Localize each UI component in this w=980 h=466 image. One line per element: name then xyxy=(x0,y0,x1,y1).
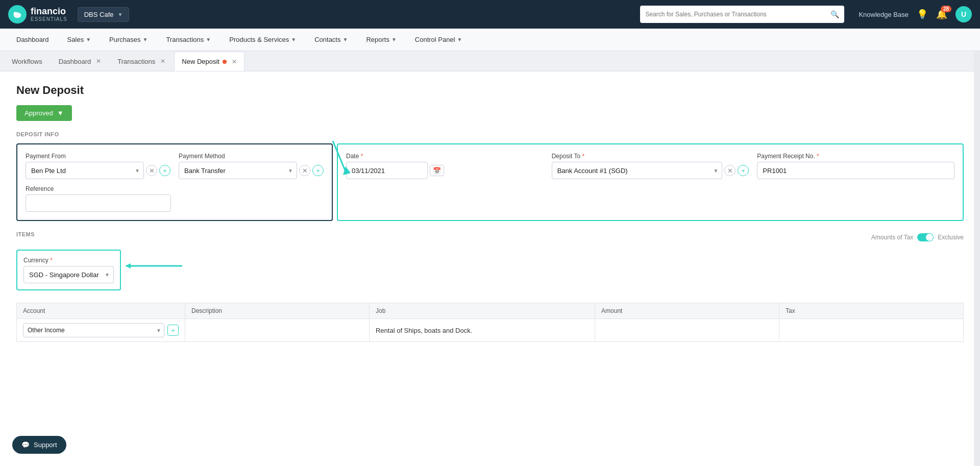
row-description-cell[interactable] xyxy=(185,319,370,342)
account-add-button[interactable]: + xyxy=(167,325,179,336)
avatar[interactable]: U xyxy=(955,6,972,22)
date-input[interactable] xyxy=(346,162,428,179)
scrollbar[interactable] xyxy=(974,51,980,466)
deposit-to-required-star: * xyxy=(582,153,585,160)
nav-reports[interactable]: Reports ▼ xyxy=(358,29,404,51)
transactions-caret-icon: ▼ xyxy=(206,37,211,42)
description-input[interactable] xyxy=(191,327,363,334)
nav-control-panel[interactable]: Control Panel ▼ xyxy=(407,29,471,51)
secondary-nav: Dashboard Sales ▼ Purchases ▼ Transactio… xyxy=(0,29,980,51)
payment-from-clear-button[interactable]: ✕ xyxy=(146,165,157,176)
status-caret-icon: ▼ xyxy=(57,109,64,117)
payment-from-select-wrapper: Ben Pte Ltd ▼ xyxy=(26,162,144,179)
row-account-cell: Other Income ▼ + xyxy=(17,319,185,342)
payment-method-controls: Bank Transfer ▼ ✕ + xyxy=(179,162,324,179)
search-input[interactable] xyxy=(645,11,830,18)
bell-area[interactable]: 🔔 28 xyxy=(936,9,947,20)
date-required-star: * xyxy=(361,153,363,160)
amounts-of-tax-label: Amounts of Tax xyxy=(871,234,914,241)
account-select[interactable]: Other Income xyxy=(23,323,164,337)
tab-dashboard-label: Dashboard xyxy=(59,58,91,65)
teal-arrow-left-annotation xyxy=(124,261,185,271)
tab-transactions[interactable]: Transactions ✕ xyxy=(110,52,173,71)
col-amount: Amount xyxy=(595,303,779,319)
tab-workflows[interactable]: Workflows xyxy=(4,52,50,71)
tab-dirty-indicator xyxy=(223,60,227,64)
amount-input[interactable] xyxy=(601,327,773,334)
reports-caret-icon: ▼ xyxy=(391,37,397,42)
payment-method-group: Payment Method Bank Transfer ▼ ✕ + xyxy=(179,153,324,179)
sales-caret-icon: ▼ xyxy=(86,37,91,42)
nav-dashboard[interactable]: Dashboard xyxy=(8,29,57,51)
nav-sales[interactable]: Sales ▼ xyxy=(59,29,99,51)
nav-transactions[interactable]: Transactions ▼ xyxy=(158,29,219,51)
payment-from-select[interactable]: Ben Pte Ltd xyxy=(26,162,144,179)
date-group: Date * 📅 xyxy=(346,153,544,179)
deposit-to-group: Deposit To * Bank Account #1 (SGD) ▼ ✕ xyxy=(552,153,749,179)
company-selector[interactable]: DBS Cafe ▼ xyxy=(78,7,130,22)
payment-method-select-wrapper: Bank Transfer ▼ xyxy=(179,162,297,179)
tax-toggle[interactable] xyxy=(917,233,934,241)
reference-input[interactable] xyxy=(26,194,171,212)
logo-area: financio ESSENTIALS xyxy=(8,5,67,23)
status-button[interactable]: Approved ▼ xyxy=(16,105,72,121)
deposit-to-label: Deposit To * xyxy=(552,153,749,160)
payment-method-add-button[interactable]: + xyxy=(312,165,324,176)
nav-products-services[interactable]: Products & Services ▼ xyxy=(221,29,304,51)
tax-input[interactable] xyxy=(786,327,957,334)
currency-label: Currency * xyxy=(23,257,114,264)
payment-method-clear-button[interactable]: ✕ xyxy=(299,165,310,176)
knowledge-base-link[interactable]: Knowledge Base xyxy=(859,11,909,18)
tab-new-deposit[interactable]: New Deposit ✕ xyxy=(174,52,244,71)
notification-badge: 28 xyxy=(941,6,951,12)
table-body: Other Income ▼ + Rental of Ships, boats … xyxy=(17,319,964,342)
deposit-to-select[interactable]: Bank Account #1 (SGD) xyxy=(552,162,723,179)
tabs-bar: Workflows Dashboard ✕ Transactions ✕ New… xyxy=(0,51,980,71)
logo-icon xyxy=(8,5,27,23)
col-tax: Tax xyxy=(779,303,964,319)
products-caret-icon: ▼ xyxy=(291,37,296,42)
currency-select-wrapper: SGD - Singapore Dollar ▼ xyxy=(23,266,114,283)
items-label: ITEMS xyxy=(16,231,35,237)
tab-new-deposit-close[interactable]: ✕ xyxy=(232,58,237,65)
tab-dashboard-close[interactable]: ✕ xyxy=(96,58,101,65)
bulb-icon: 💡 xyxy=(917,9,928,20)
tab-transactions-close[interactable]: ✕ xyxy=(160,58,165,65)
payment-method-select[interactable]: Bank Transfer xyxy=(179,162,297,179)
table-header: Account Description Job Amount Tax xyxy=(17,303,964,319)
currency-select[interactable]: SGD - Singapore Dollar xyxy=(23,266,114,283)
support-button[interactable]: 💬 Support xyxy=(12,436,66,454)
payment-from-controls: Ben Pte Ltd ▼ ✕ + xyxy=(26,162,170,179)
payment-receipt-label: Payment Receipt No. * xyxy=(757,153,954,160)
right-fields-row: Date * 📅 Deposit To * xyxy=(346,153,954,179)
tab-workflows-label: Workflows xyxy=(12,58,42,65)
payment-from-add-button[interactable]: + xyxy=(159,165,170,176)
items-table: Account Description Job Amount Tax xyxy=(16,303,964,342)
top-navbar: financio ESSENTIALS DBS Cafe ▼ 🔍 Knowled… xyxy=(0,0,980,29)
row-amount-cell[interactable] xyxy=(595,319,779,342)
currency-area: Currency * SGD - Singapore Dollar ▼ xyxy=(16,250,121,299)
nav-contacts[interactable]: Contacts ▼ xyxy=(306,29,356,51)
deposit-to-controls: Bank Account #1 (SGD) ▼ ✕ + xyxy=(552,162,749,179)
row-tax-cell[interactable] xyxy=(779,319,964,342)
reference-group: Reference xyxy=(26,185,324,212)
toggle-knob xyxy=(926,234,933,241)
search-bar: 🔍 xyxy=(640,6,844,23)
main-content: New Deposit Approved ▼ DEPOSIT INFO Paym… xyxy=(0,71,980,466)
right-panel: Date * 📅 Deposit To * xyxy=(337,143,964,221)
row-job-cell: Rental of Ships, boats and Dock. xyxy=(369,319,595,342)
account-select-wrapper: Other Income ▼ xyxy=(23,323,164,337)
nav-purchases[interactable]: Purchases ▼ xyxy=(101,29,156,51)
company-caret-icon: ▼ xyxy=(118,12,123,17)
deposit-to-clear-button[interactable]: ✕ xyxy=(724,165,736,176)
col-account: Account xyxy=(17,303,185,319)
date-calendar-button[interactable]: 📅 xyxy=(430,165,444,176)
svg-point-1 xyxy=(14,12,17,15)
tab-transactions-label: Transactions xyxy=(117,58,155,65)
col-job: Job xyxy=(369,303,595,319)
tab-dashboard[interactable]: Dashboard ✕ xyxy=(51,52,109,71)
deposit-to-add-button[interactable]: + xyxy=(738,165,749,176)
payment-method-label: Payment Method xyxy=(179,153,324,160)
payment-receipt-input[interactable] xyxy=(757,162,954,179)
left-panel: Payment From Ben Pte Ltd ▼ ✕ + xyxy=(16,143,333,221)
